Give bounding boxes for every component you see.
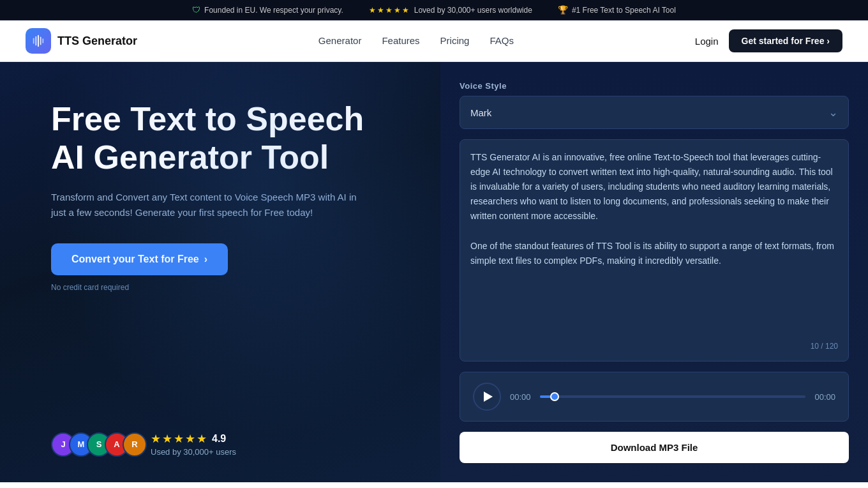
hero-title: Free Text to Speech AI Generator Tool	[51, 100, 402, 177]
nav-actions: Login Get started for Free ›	[695, 29, 842, 52]
play-icon	[484, 392, 493, 402]
play-button[interactable]	[473, 383, 501, 411]
logo[interactable]: TTS Generator	[26, 28, 137, 54]
voice-style-label: Voice Style	[460, 81, 849, 91]
banner-rank-text: #1 Free Text to Speech AI Tool	[572, 6, 676, 15]
logo-text: TTS Generator	[57, 34, 137, 48]
top-banner: 🛡 Founded in EU. We respect your privacy…	[0, 0, 868, 20]
trophy-icon: 🏆	[558, 5, 568, 15]
svg-rect-3	[40, 37, 41, 45]
svg-rect-2	[38, 35, 39, 47]
social-proof: J M S A R ★★★★★ 4.9 Used by 30,000+ user…	[51, 432, 402, 457]
shield-icon: 🛡	[192, 5, 200, 15]
logo-icon	[26, 28, 51, 54]
svg-rect-4	[42, 38, 43, 43]
hero-subtitle: Transform and Convert any Text content t…	[51, 190, 357, 220]
get-started-button[interactable]: Get started for Free ›	[729, 29, 842, 52]
nav-link-features[interactable]: Features	[382, 35, 419, 46]
banner-privacy-text: Founded in EU. We respect your privacy.	[204, 6, 343, 15]
navbar: TTS Generator Generator Features Pricing…	[0, 20, 868, 62]
hero-content: Free Text to Speech AI Generator Tool Tr…	[51, 100, 402, 311]
nav-link-faqs[interactable]: FAQs	[490, 35, 514, 46]
rating-number: 4.9	[212, 433, 226, 445]
banner-item-rank: 🏆 #1 Free Text to Speech AI Tool	[558, 5, 676, 15]
hero-cta-arrow: ›	[204, 254, 207, 265]
no-credit-text: No credit card required	[51, 283, 402, 292]
banner-item-users: ★★★★★ Loved by 30,000+ users worldwide	[369, 6, 532, 15]
login-button[interactable]: Login	[695, 36, 719, 47]
social-text: ★★★★★ 4.9 Used by 30,000+ users	[151, 432, 236, 457]
avatars: J M S A R	[51, 432, 140, 457]
voice-dropdown[interactable]: Mark ⌄	[460, 96, 849, 129]
voice-selected: Mark	[470, 107, 491, 118]
hero-panel: Free Text to Speech AI Generator Tool Tr…	[0, 62, 440, 482]
time-start: 00:00	[510, 392, 531, 402]
nav-links: Generator Features Pricing FAQs	[318, 35, 514, 47]
svg-rect-0	[33, 38, 34, 43]
char-count: 10 / 120	[470, 342, 838, 351]
rating-stars: ★★★★★	[151, 432, 208, 446]
main-wrapper: Free Text to Speech AI Generator Tool Tr…	[0, 62, 868, 482]
time-end: 00:00	[814, 392, 835, 402]
nav-link-generator[interactable]: Generator	[318, 35, 362, 46]
avatar-5: R	[123, 432, 147, 457]
svg-rect-1	[35, 36, 36, 46]
progress-thumb	[550, 392, 559, 401]
voice-style-section: Voice Style Mark ⌄	[460, 81, 849, 129]
progress-bar[interactable]	[540, 395, 806, 398]
hero-cta-button[interactable]: Convert your Text for Free ›	[51, 243, 228, 275]
download-button[interactable]: Download MP3 File	[460, 432, 849, 463]
nav-link-pricing[interactable]: Pricing	[440, 35, 470, 46]
audio-player: 00:00 00:00	[460, 372, 849, 422]
banner-item-privacy: 🛡 Founded in EU. We respect your privacy…	[192, 5, 343, 15]
hero-cta-label: Convert your Text for Free	[71, 254, 199, 265]
right-panel: Voice Style Mark ⌄ TTS Generator AI is a…	[440, 62, 868, 482]
rating-row: ★★★★★ 4.9	[151, 432, 236, 446]
banner-stars: ★★★★★	[369, 6, 410, 15]
banner-users-text: Loved by 30,000+ users worldwide	[414, 6, 532, 15]
text-content: TTS Generator AI is an innovative, free …	[470, 150, 838, 337]
used-by-text: Used by 30,000+ users	[151, 447, 236, 457]
text-area-wrapper[interactable]: TTS Generator AI is an innovative, free …	[460, 139, 849, 362]
chevron-down-icon: ⌄	[828, 105, 838, 119]
